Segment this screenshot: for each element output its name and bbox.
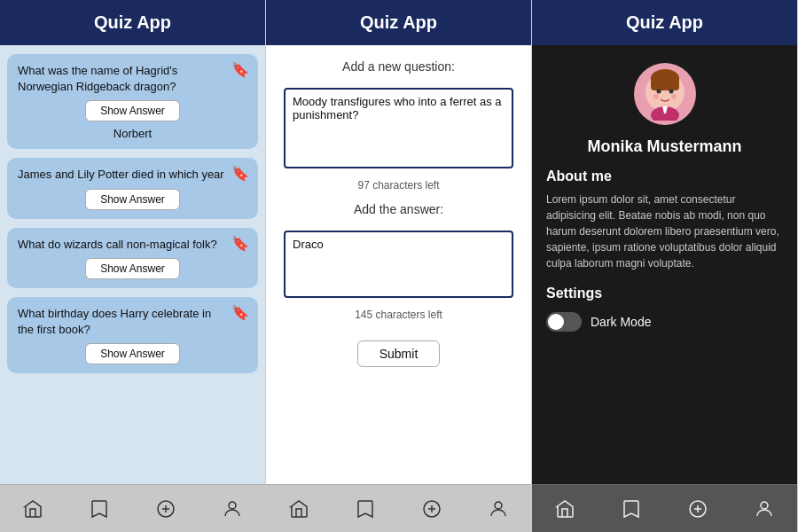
dark-mode-row: Dark Mode bbox=[546, 312, 783, 332]
avatar-container bbox=[546, 63, 783, 125]
panel3-footer bbox=[532, 484, 797, 532]
bookmark-nav-icon[interactable] bbox=[87, 497, 112, 521]
bookmark-icon-3[interactable]: 🔖 bbox=[231, 235, 249, 252]
profile-name: Monika Mustermann bbox=[546, 137, 783, 156]
panel2-header: Quiz App bbox=[266, 0, 531, 45]
question-text-1: What was the name of Hagrid's Norwegian … bbox=[18, 63, 247, 95]
answer-char-count: 145 characters left bbox=[284, 309, 513, 321]
question-char-count: 97 characters left bbox=[284, 179, 513, 192]
svg-point-3 bbox=[495, 502, 502, 509]
show-answer-btn-1[interactable]: Show Answer bbox=[85, 100, 180, 121]
svg-point-14 bbox=[761, 502, 768, 509]
panel-profile: Quiz App bbox=[532, 0, 798, 532]
quiz-card-4: 🔖 What birthday does Harry celebrate in … bbox=[7, 297, 258, 373]
toggle-knob bbox=[548, 314, 564, 330]
about-title: About me bbox=[546, 168, 783, 184]
panel3-header: Quiz App bbox=[532, 0, 797, 45]
svg-point-10 bbox=[671, 94, 677, 99]
panel-add-question: Quiz App Add a new question: Moody trans… bbox=[266, 0, 532, 532]
svg-point-1 bbox=[229, 502, 236, 509]
about-text: Lorem ipsum dolor sit, amet consectetur … bbox=[546, 192, 783, 271]
bookmark-icon-2[interactable]: 🔖 bbox=[231, 165, 249, 182]
add-icon-3[interactable] bbox=[685, 497, 710, 521]
panel2-footer bbox=[266, 484, 531, 532]
panel1-content: 🔖 What was the name of Hagrid's Norwegia… bbox=[0, 45, 265, 484]
avatar-svg bbox=[638, 67, 692, 121]
home-icon-2[interactable] bbox=[286, 497, 311, 521]
dark-mode-toggle[interactable] bbox=[546, 312, 582, 332]
panel-quiz-list: Quiz App 🔖 What was the name of Hagrid's… bbox=[0, 0, 266, 532]
question-textarea[interactable]: Moody transfigures who into a ferret as … bbox=[284, 88, 513, 168]
answer-textarea[interactable]: Draco bbox=[284, 231, 513, 298]
dark-mode-label: Dark Mode bbox=[591, 315, 651, 329]
add-icon-2[interactable] bbox=[419, 497, 444, 521]
avatar bbox=[634, 63, 696, 125]
question-text-3: What do wizards call non-magical folk? bbox=[18, 237, 247, 253]
show-answer-btn-4[interactable]: Show Answer bbox=[85, 343, 180, 364]
profile-icon-3[interactable] bbox=[752, 497, 777, 521]
panel2-content: Add a new question: Moody transfigures w… bbox=[266, 45, 531, 484]
settings-title: Settings bbox=[546, 286, 783, 301]
svg-point-8 bbox=[669, 90, 673, 94]
question-text-2: James and Lily Potter died in which year bbox=[18, 167, 247, 183]
add-icon[interactable] bbox=[153, 497, 178, 521]
panel3-content: Monika Mustermann About me Lorem ipsum d… bbox=[532, 45, 797, 484]
question-text-4: What birthday does Harry celebrate in th… bbox=[18, 306, 247, 338]
panel1-footer bbox=[0, 484, 265, 532]
bookmark-nav-icon-3[interactable] bbox=[619, 497, 644, 521]
add-question-label: Add a new question: bbox=[284, 59, 513, 74]
home-icon[interactable] bbox=[20, 497, 45, 521]
quiz-card-3: 🔖 What do wizards call non-magical folk?… bbox=[7, 228, 258, 288]
profile-icon[interactable] bbox=[220, 497, 245, 521]
bookmark-icon-1[interactable]: 🔖 bbox=[231, 61, 249, 78]
svg-rect-6 bbox=[651, 76, 679, 90]
quiz-card-1: 🔖 What was the name of Hagrid's Norwegia… bbox=[7, 54, 258, 149]
add-answer-label: Add the answer: bbox=[284, 202, 513, 216]
answer-text-1: Norbert bbox=[18, 127, 247, 140]
show-answer-btn-2[interactable]: Show Answer bbox=[85, 189, 180, 210]
profile-icon-2[interactable] bbox=[486, 497, 511, 521]
submit-button[interactable]: Submit bbox=[357, 340, 441, 367]
show-answer-btn-3[interactable]: Show Answer bbox=[85, 258, 180, 279]
bookmark-nav-icon-2[interactable] bbox=[353, 497, 378, 521]
home-icon-3[interactable] bbox=[552, 497, 577, 521]
panel1-header: Quiz App bbox=[0, 0, 265, 45]
svg-point-7 bbox=[656, 90, 661, 94]
bookmark-icon-4[interactable]: 🔖 bbox=[231, 304, 249, 321]
quiz-card-2: 🔖 James and Lily Potter died in which ye… bbox=[7, 158, 258, 218]
svg-point-9 bbox=[653, 94, 659, 99]
